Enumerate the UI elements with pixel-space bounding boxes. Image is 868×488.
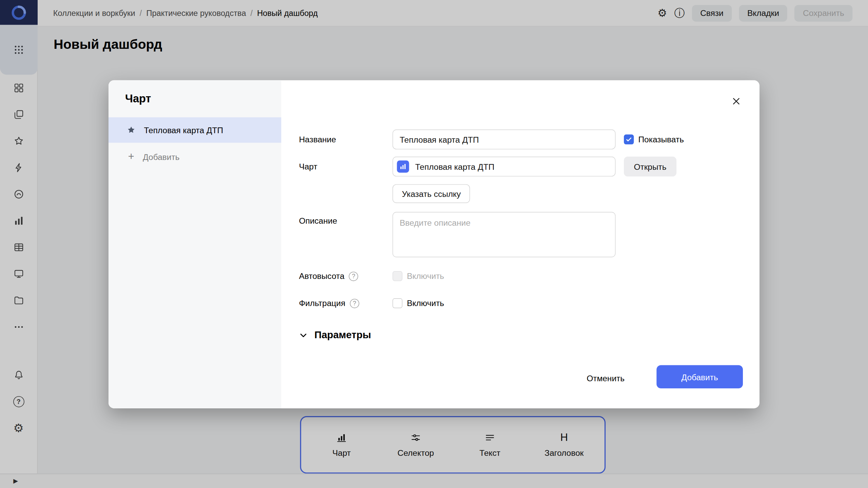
name-input[interactable] bbox=[393, 129, 616, 149]
set-link-button[interactable]: Указать ссылку bbox=[393, 184, 470, 203]
show-checkbox[interactable] bbox=[624, 135, 634, 144]
submit-add-button[interactable]: Добавить bbox=[656, 365, 743, 389]
filtering-checkbox[interactable] bbox=[393, 298, 402, 308]
autoheight-checkbox[interactable] bbox=[393, 271, 402, 281]
dialog-panel-title: Чарт bbox=[125, 93, 151, 105]
chart-label: Чарт bbox=[299, 161, 317, 172]
params-section-toggle[interactable]: Параметры bbox=[298, 329, 371, 341]
add-item-button[interactable]: + Добавить bbox=[108, 148, 179, 165]
list-item-selected-chart[interactable]: Тепловая карта ДТП bbox=[108, 117, 281, 143]
add-chart-dialog: Чарт Тепловая карта ДТП + Добавить bbox=[108, 80, 760, 408]
chevron-down-icon bbox=[298, 329, 309, 341]
filtering-enable-label: Включить bbox=[407, 298, 444, 309]
name-label: Название bbox=[299, 134, 336, 145]
description-label: Описание bbox=[299, 215, 337, 226]
filtering-help-icon[interactable]: ? bbox=[350, 299, 359, 308]
close-icon[interactable] bbox=[730, 95, 743, 108]
chart-input[interactable] bbox=[393, 157, 616, 177]
params-label: Параметры bbox=[314, 329, 371, 341]
app-root: ? ⚙ Коллекции и воркбуки / Практические … bbox=[0, 0, 868, 488]
star-icon bbox=[126, 125, 136, 135]
dialog-form: Название Показывать Чарт Открыть Указа bbox=[281, 80, 760, 408]
add-item-label: Добавить bbox=[143, 152, 179, 161]
autoheight-enable-label: Включить bbox=[407, 270, 444, 282]
plus-icon: + bbox=[126, 151, 136, 161]
autoheight-help-icon[interactable]: ? bbox=[349, 271, 358, 281]
show-label: Показывать bbox=[638, 134, 684, 145]
filtering-label: Фильтрация ? bbox=[299, 298, 359, 309]
list-item-label: Тепловая карта ДТП bbox=[144, 125, 223, 135]
dialog-side-panel: Чарт Тепловая карта ДТП + Добавить bbox=[108, 80, 281, 408]
cancel-button[interactable]: Отменить bbox=[572, 368, 639, 388]
description-textarea[interactable] bbox=[393, 212, 616, 257]
autoheight-label: Автовысота ? bbox=[299, 270, 358, 282]
autoheight-label-text: Автовысота bbox=[299, 270, 344, 282]
open-button[interactable]: Открыть bbox=[624, 157, 676, 177]
filtering-label-text: Фильтрация bbox=[299, 298, 346, 309]
